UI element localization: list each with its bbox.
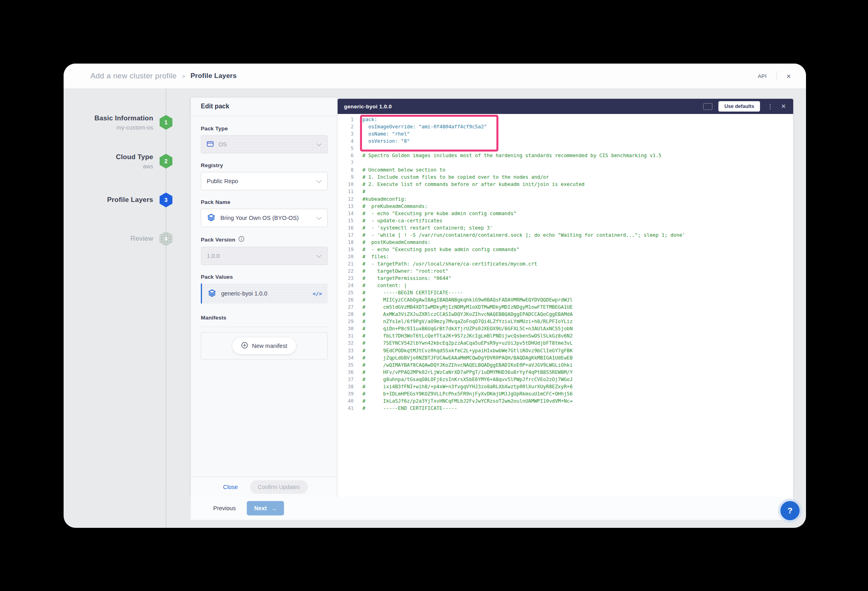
registry-select[interactable]: Public Repo [201, 172, 328, 190]
api-link[interactable]: API [758, 73, 766, 79]
line-number: 26 [338, 297, 354, 303]
line-number: 38 [338, 384, 354, 389]
confirm-updates-button[interactable]: Confirm Updates [250, 480, 308, 494]
line-number: 10 [338, 182, 354, 187]
code-line: 32 # 7SEYNCV542lbYwn42kbcEq2pzzAaCqa5uEP… [338, 339, 793, 347]
line-number: 33 [338, 348, 354, 353]
code-line: 39 # b+IDLmHPEGsY9KOZ9VLLPcPhx5FR9njFyXv… [338, 390, 793, 397]
info-icon[interactable] [238, 236, 244, 243]
editor-pack-title: generic-byoi 1.0.0 [344, 104, 392, 110]
close-button[interactable]: Close [220, 483, 240, 491]
use-defaults-button[interactable]: Use defaults [718, 101, 760, 112]
stepper-step[interactable]: Cloud Type aws 2 [64, 152, 172, 171]
code-line: 5 [338, 145, 793, 152]
line-number: 16 [338, 225, 354, 231]
page-title: Profile Layers [190, 72, 236, 80]
pack-name-select[interactable]: Bring Your Own OS (BYO-OS) [201, 209, 328, 227]
line-number: 41 [338, 405, 354, 411]
edit-pack-title: Edit pack [191, 98, 338, 115]
close-icon[interactable]: × [786, 72, 791, 80]
code-line-text: # nZYs1el/6f9PgV/aO9mzy7MvqaZoFnqO7Qi4LZ… [362, 319, 573, 324]
code-line-text: # targetOwner: "root:root" [362, 268, 448, 274]
code-line: 18 # postKubeadmCommands: [338, 239, 793, 246]
manifests-dropzone: New manifest [201, 332, 328, 359]
code-line: 4 osVersion: "8" [338, 138, 793, 145]
line-number: 2 [338, 124, 354, 130]
code-line: 40 # IkLaSJf6z/p2a3YjTxvHNCqFMLbJ2FvJwYC… [338, 397, 793, 405]
stepper-step[interactable]: Basic Information my-custom-os 1 [64, 113, 172, 132]
code-line: 11 # [338, 188, 793, 195]
line-number: 29 [338, 319, 354, 324]
step-label: Profile Layers [107, 196, 153, 204]
chevron-down-icon [316, 178, 322, 183]
code-line-text: # 2. Execute list of commands before or … [362, 182, 584, 187]
code-line: 24 # content: | [338, 282, 793, 289]
pack-version-label: Pack Version [201, 236, 328, 243]
line-number: 28 [338, 311, 354, 317]
pack-values-item-label: generic-byoi 1.0.0 [221, 290, 267, 297]
code-line-text: # - echo "Executing pre kube admin confi… [362, 211, 516, 216]
code-line-text: pack: [362, 117, 377, 122]
editor-close-icon[interactable]: ✕ [780, 103, 787, 110]
code-line-text: # content: | [362, 283, 407, 288]
next-button[interactable]: Next → [247, 501, 284, 515]
pack-layers-icon [208, 289, 216, 298]
step-labels: Review [130, 235, 153, 243]
code-line-text: # HFv/vPPAQ2MPk02rLjWzCaNrXD7aPPgT/1uDMY… [362, 369, 573, 375]
diff-view-icon[interactable] [703, 103, 712, 110]
code-editor-icon[interactable]: </> [313, 291, 322, 297]
code-line-text: osImageOverride: "ami-0f4804aff4cf9c5a2" [362, 124, 487, 130]
line-number: 31 [338, 333, 354, 339]
line-number: 24 [338, 283, 354, 288]
line-number: 36 [338, 369, 354, 375]
pack-values-item[interactable]: generic-byoi 1.0.0 </> [201, 284, 328, 303]
code-line: 17 # - 'while [ ! -S /var/run/containerd… [338, 232, 793, 239]
new-manifest-button[interactable]: New manifest [232, 337, 296, 354]
code-line-text: # [362, 189, 365, 194]
line-number: 13 [338, 204, 354, 209]
line-number: 5 [338, 146, 354, 151]
code-line: 31 # fbLt7DH3WoT6tLcQefTta2K+9S7zJKcIgLm… [338, 332, 793, 339]
code-line: 12 #kubeadmconfig: [338, 196, 793, 203]
registry-value: Public Repo [207, 178, 238, 184]
line-number: 9 [338, 174, 354, 180]
screenshot-root: Add a new cluster profile > Profile Laye… [0, 0, 868, 591]
stepper-step[interactable]: Profile Layers 3 [64, 190, 172, 210]
code-line-text: # - 'while [ ! -S /var/run/containerd/co… [362, 232, 685, 238]
os-window-icon [207, 141, 214, 148]
line-number: 4 [338, 138, 354, 144]
line-number: 27 [338, 304, 354, 310]
line-number: 21 [338, 261, 354, 267]
pack-layers-icon [207, 214, 216, 223]
code-line-text: # MIICyzCCAbOgAwIBAgIBADANBgkqhkiG9w0BAQ… [362, 297, 573, 303]
line-number: 25 [338, 290, 354, 296]
help-button[interactable]: ? [780, 501, 800, 520]
code-line: 33 # 9EdCPODkqtMJtCvz0hqd5SxkfeC2L+ypaiH… [338, 347, 793, 354]
code-line: 9 # 1. Include custom files to be copied… [338, 174, 793, 181]
code-line: 14 # - echo "Executing pre kube admin co… [338, 210, 793, 217]
code-line: 13 # preKubeadmCommands: [338, 203, 793, 210]
chevron-down-icon [316, 215, 322, 220]
code-line: 37 # g8uhnpa/tGsaqO8LOFj6zsInKrsXSbE6YMY… [338, 376, 793, 383]
pack-version-select[interactable]: 1.0.0 [201, 247, 328, 265]
code-line-text: # jZqpLdbBVjo0NZBTJFUCAwEAAaMmMCQwDgYDVR… [362, 355, 573, 361]
step-labels: Basic Information my-custom-os [94, 114, 153, 131]
stepper-step[interactable]: Review 4 [64, 229, 172, 248]
previous-button[interactable]: Previous [208, 501, 241, 515]
breadcrumb: Add a new cluster profile > Profile Laye… [90, 64, 237, 88]
code-line-text: # - 'systemctl restart containerd; sleep… [362, 225, 493, 231]
breadcrumb-parent[interactable]: Add a new cluster profile [90, 72, 177, 80]
code-line-text: # -----BEGIN CERTIFICATE----- [362, 290, 463, 296]
pack-name-label: Pack Name [201, 199, 328, 205]
code-editor-header: generic-byoi 1.0.0 Use defaults ⋮ ✕ [338, 99, 793, 114]
wizard-stepper: Basic Information my-custom-os 1 Cloud T… [64, 113, 172, 268]
pack-type-select[interactable]: OS [201, 135, 328, 154]
line-number: 6 [338, 153, 354, 158]
code-line: 38 # ixi4B3fFNI+wih8/+p4xW+n3fvgqVYHJ3zo… [338, 383, 793, 390]
code-area[interactable]: 1 pack: 2 osImageOverride: "ami-0f4804af… [338, 114, 793, 497]
step-labels: Cloud Type aws [116, 153, 153, 170]
code-line: 7 [338, 159, 793, 166]
pack-version-value: 1.0.0 [207, 253, 220, 259]
kebab-menu-icon[interactable]: ⋮ [766, 103, 774, 110]
line-number: 37 [338, 377, 354, 382]
